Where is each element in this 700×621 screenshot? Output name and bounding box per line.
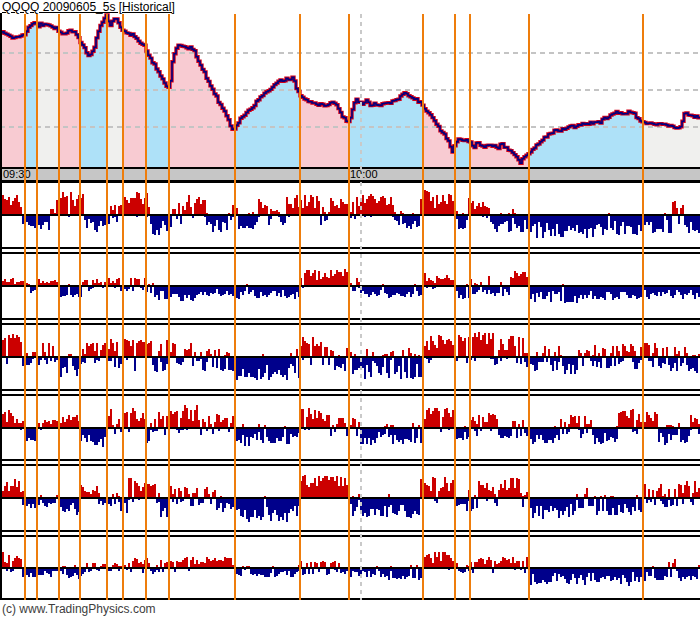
event-gridline	[422, 14, 424, 600]
chart-title: QQQQ 20090605_5s [Historical]	[2, 0, 175, 14]
indicator-panel-histogram-3[interactable]	[0, 323, 700, 391]
event-gridline	[299, 14, 301, 600]
session-time-gridline	[360, 14, 362, 600]
event-gridline	[642, 14, 644, 600]
indicator-panel-histogram-1[interactable]	[0, 181, 700, 249]
copyright-text: (c) www.TradingPhysics.com	[2, 602, 156, 616]
price-area-chart[interactable]	[0, 13, 700, 167]
event-gridline	[79, 14, 81, 600]
event-gridline	[36, 14, 38, 600]
event-gridline	[145, 14, 147, 600]
indicator-panel-histogram-4[interactable]	[0, 394, 700, 461]
event-gridline	[24, 14, 26, 600]
event-gridline	[348, 14, 350, 600]
event-gridline	[528, 14, 530, 600]
trading-chart-window: QQQQ 20090605_5s [Historical] 09:3010:00…	[0, 0, 700, 621]
event-gridline	[469, 14, 471, 600]
time-axis-label-1000: 10:00	[350, 169, 378, 180]
indicator-panel-histogram-5[interactable]	[0, 464, 700, 532]
event-gridline	[454, 14, 456, 600]
indicator-panel-histogram-6[interactable]	[0, 535, 700, 600]
event-gridline	[106, 14, 108, 600]
event-gridline	[58, 14, 60, 600]
event-gridline	[168, 14, 170, 600]
time-axis[interactable]: 09:3010:00	[0, 167, 700, 181]
event-gridline	[122, 14, 124, 600]
event-gridline	[234, 14, 236, 600]
time-axis-label-0930: 09:30	[3, 169, 31, 180]
indicator-panel-histogram-2[interactable]	[0, 252, 700, 320]
chart-left-border	[0, 13, 2, 600]
